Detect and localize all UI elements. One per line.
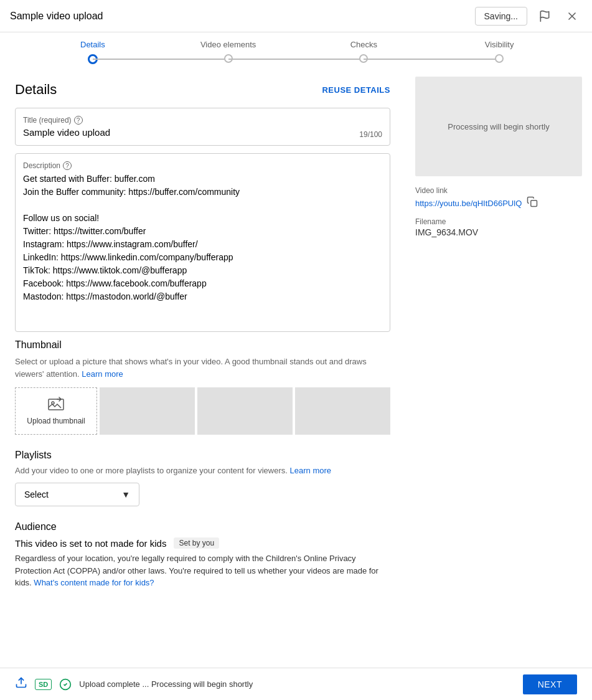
details-heading: Details [15,82,57,98]
reuse-details-button[interactable]: REUSE DETAILS [322,85,390,95]
flag-button[interactable] [535,6,555,26]
thumbnail-placeholder-3 [295,387,390,435]
thumbnail-learn-more[interactable]: Learn more [82,369,123,379]
upload-status: Upload complete ... Processing will begi… [79,679,253,689]
flag-icon [538,10,551,22]
header-actions: Saving... [475,6,582,26]
page-title: Sample video upload [10,11,103,22]
filename-value: IMG_9634.MOV [415,227,582,237]
preview-text: Processing will begin shortly [448,122,549,131]
saving-button[interactable]: Saving... [475,7,527,26]
playlists-section: Playlists Add your video to one or more … [15,450,390,506]
bottom-bar: SD Upload complete ... Processing will b… [0,668,592,700]
bottom-left: SD Upload complete ... Processing will b… [15,676,253,692]
header: Sample video upload Saving... [0,0,592,32]
description-label: Description ? [23,161,382,170]
title-field-box: Title (required) ? 19/100 [15,108,390,146]
chevron-down-icon: ▼ [121,490,130,499]
left-panel: Details REUSE DETAILS Title (required) ?… [0,67,405,660]
step-video-elements-label: Video elements [200,40,256,49]
audience-desc: Regardless of your location, you're lega… [15,552,390,589]
close-icon [566,10,578,22]
svg-rect-5 [531,201,537,207]
details-header: Details REUSE DETAILS [15,82,390,98]
step-visibility[interactable]: Visibility [431,40,567,63]
upload-arrow-button[interactable] [15,676,27,692]
right-panel: Processing will begin shortly Video link… [405,67,592,660]
thumbnail-placeholder-1 [100,387,195,435]
copy-link-button[interactable] [527,196,538,210]
check-circle-icon [59,678,72,691]
upload-arrow-icon [15,676,27,689]
step-details-label: Details [80,40,105,49]
copy-icon [527,196,538,207]
close-button[interactable] [562,6,582,26]
audience-kids-row: This video is set to not made for kids S… [15,537,390,549]
stepper: Details Video elements Checks Visibility [0,32,592,67]
playlists-learn-more[interactable]: Learn more [290,466,331,475]
video-link[interactable]: https://youtu.be/qHItD66PUlQ [415,199,522,208]
filename-label: Filename [415,217,582,226]
audience-kids-label: This video is set to not made for kids [15,538,166,549]
step-details[interactable]: Details [25,40,161,64]
video-link-row: https://youtu.be/qHItD66PUlQ [415,196,582,210]
video-preview: Processing will begin shortly [415,77,582,176]
description-field-box: Description ? [15,153,390,332]
title-input[interactable] [23,127,382,138]
thumbnail-title: Thumbnail [15,339,390,351]
step-visibility-label: Visibility [485,40,514,49]
playlists-select-value: Select [24,490,49,499]
thumbnail-placeholder-2 [197,387,293,435]
svg-rect-3 [49,399,63,410]
thumbnail-row: Upload thumbnail [15,387,390,435]
upload-thumbnail-icon [48,397,64,414]
audience-title: Audience [15,521,390,532]
sd-badge: SD [35,679,52,690]
title-label: Title (required) ? [23,116,382,125]
filename-section: Filename IMG_9634.MOV [415,217,582,237]
whats-content-link[interactable]: What's content made for for kids? [34,578,154,587]
audience-section: Audience This video is set to not made f… [15,521,390,589]
step-visibility-dot [495,54,504,63]
playlists-title: Playlists [15,450,390,461]
thumbnail-section: Thumbnail Select or upload a picture tha… [15,339,390,435]
title-help-icon[interactable]: ? [74,116,83,125]
next-button[interactable]: NEXT [523,674,577,694]
playlists-desc: Add your video to one or more playlists … [15,466,390,475]
upload-thumbnail-button[interactable]: Upload thumbnail [15,387,97,435]
title-char-count: 19/100 [359,130,382,139]
step-video-elements[interactable]: Video elements [161,40,296,63]
set-by-badge: Set by you [174,537,219,549]
video-link-section: Video link https://youtu.be/qHItD66PUlQ [415,186,582,210]
playlists-select[interactable]: Select ▼ [15,483,139,506]
step-checks[interactable]: Checks [296,40,432,63]
description-textarea[interactable] [23,173,382,322]
video-link-label: Video link [415,186,582,195]
description-help-icon[interactable]: ? [63,161,72,170]
upload-thumbnail-label: Upload thumbnail [27,417,85,425]
thumbnail-desc: Select or upload a picture that shows wh… [15,356,390,380]
step-checks-label: Checks [350,40,377,49]
main-content: Details REUSE DETAILS Title (required) ?… [0,67,592,660]
